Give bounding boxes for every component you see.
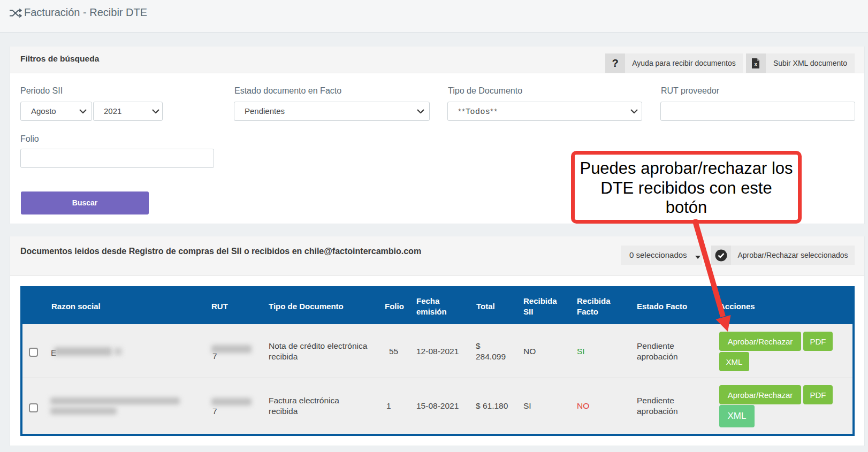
svg-text:x: x	[755, 61, 757, 66]
